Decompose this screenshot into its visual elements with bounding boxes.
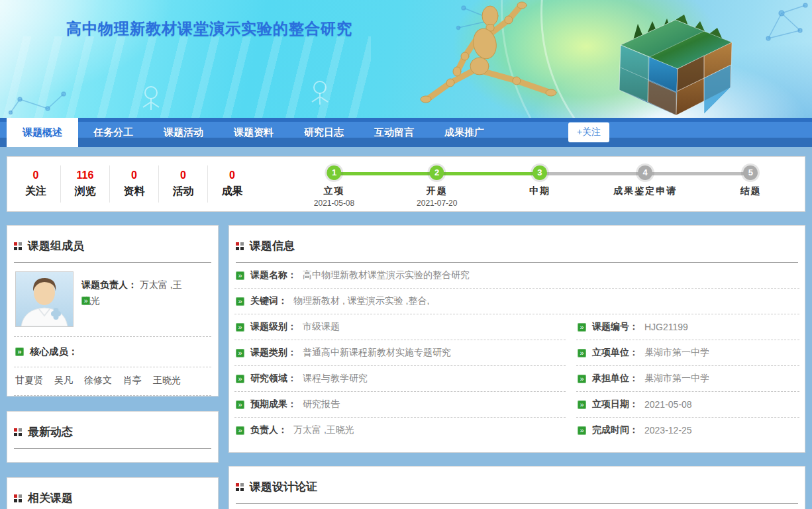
step-label: 成果鉴定申请 <box>613 185 677 197</box>
content: 0 关注 116 浏览 0 资料 0 活动 0 成果 <box>0 147 812 509</box>
info-label: 课题级别： <box>250 321 297 333</box>
card-title: 课题信息 <box>250 238 295 254</box>
design-card-header: 课题设计论证 <box>229 467 805 503</box>
page-title: 高中物理新教材课堂演示实验的整合研究 <box>66 19 352 39</box>
tab-task-division[interactable]: 任务分工 <box>78 118 148 147</box>
info-value: 市级课题 <box>303 321 340 333</box>
info-label: 完成时间： <box>592 424 638 436</box>
divider <box>14 448 211 449</box>
info-value: 万太富 ,王晓光 <box>293 424 354 436</box>
step-number: 1 <box>327 165 342 180</box>
mannequin-figure <box>417 0 566 116</box>
info-label: 立项日期： <box>592 398 638 410</box>
stat-value: 116 <box>61 169 109 181</box>
progress-timeline: 1 立项 2021-05-08 2 开题 2021-07-20 3 中期 4 成… <box>274 156 801 212</box>
tab-overview[interactable]: 课题概述 <box>7 118 78 147</box>
info-value: HJG21199 <box>644 322 688 332</box>
knowledge-cube-image <box>606 1 752 118</box>
tab-achievements[interactable]: 成果推广 <box>429 118 499 147</box>
stat-label: 关注 <box>11 185 60 199</box>
green-arrow-icon: » <box>578 400 586 409</box>
info-row-name: » 课题名称： 高中物理新教材课堂演示实验的整合研究 <box>234 263 799 289</box>
grid-bullet-icon <box>14 428 22 436</box>
timeline-step-opening: 2 开题 2021-07-20 <box>417 165 457 208</box>
tab-activities[interactable]: 课题活动 <box>148 118 219 147</box>
tab-research-journal[interactable]: 研究日志 <box>289 118 359 147</box>
leader-label: 课题负责人： <box>81 279 137 290</box>
stat-value: 0 <box>11 169 60 181</box>
stat-label: 资料 <box>110 185 158 199</box>
green-arrow-icon: » <box>81 297 90 305</box>
stat-value: 0 <box>159 169 207 181</box>
timeline-step-midterm: 3 中期 <box>529 165 550 199</box>
step-number: 5 <box>743 165 758 180</box>
stats-group: 0 关注 116 浏览 0 资料 0 活动 0 成果 <box>7 165 256 203</box>
timeline-step-conclusion: 5 结题 <box>740 165 761 199</box>
stat-materials: 0 资料 <box>109 165 158 203</box>
green-arrow-icon: » <box>578 375 586 383</box>
related-topics-card: 相关课题 <box>7 477 219 509</box>
sidebar: 课题组成员 <box>7 225 219 509</box>
related-card-header: 相关课题 <box>7 478 218 509</box>
info-row-keywords: » 关键词： 物理新教材 , 课堂演示实验 ,整合, <box>234 289 799 314</box>
stat-activities: 0 活动 <box>158 165 207 203</box>
info-value: 巢湖市第一中学 <box>644 373 709 385</box>
info-row-expected-results: » 预期成果： 研究报告 <box>234 392 566 418</box>
step-label: 中期 <box>529 185 550 197</box>
info-value: 物理新教材 , 课堂演示实验 ,整合, <box>293 295 429 307</box>
page: 高中物理新教材课堂演示实验的整合研究 课题概述 任务分工 课题活动 课题资料 研… <box>0 0 812 509</box>
latest-news-card: 最新动态 <box>7 411 219 463</box>
tab-materials[interactable]: 课题资料 <box>219 118 289 147</box>
info-label: 研究领域： <box>250 373 297 385</box>
green-arrow-icon: » <box>236 349 244 357</box>
grid-bullet-icon <box>14 242 22 250</box>
member-name[interactable]: 肖亭 <box>123 375 142 387</box>
timeline-step-approval: 1 立项 2021-05-08 <box>314 165 354 208</box>
members-card-header: 课题组成员 <box>7 226 218 262</box>
core-members-label: 核心成员： <box>30 346 78 358</box>
leader-row: »课题负责人： 万太富 ,王晓光 <box>7 263 218 336</box>
card-title: 课题设计论证 <box>250 479 317 494</box>
info-row-field: » 研究领域： 课程与教学研究 <box>234 366 566 392</box>
member-name[interactable]: 徐修文 <box>84 375 112 387</box>
green-arrow-icon: » <box>236 323 244 332</box>
stat-value: 0 <box>110 169 158 181</box>
grid-bullet-icon <box>236 242 244 250</box>
project-info-card: 课题信息 » 课题名称： 高中物理新教材课堂演示实验的整合研究 » 关键词： 物… <box>228 225 805 453</box>
leader-info: »课题负责人： 万太富 ,王晓光 <box>81 271 189 327</box>
info-row-number: » 课题编号： HJG21199 <box>576 314 799 340</box>
info-row-leader: » 负责人： 万太富 ,王晓光 <box>234 418 566 443</box>
step-date: 2021-05-08 <box>314 199 354 208</box>
main-column: 课题信息 » 课题名称： 高中物理新教材课堂演示实验的整合研究 » 关键词： 物… <box>228 225 805 509</box>
stat-label: 浏览 <box>61 185 109 199</box>
member-name[interactable]: 王晓光 <box>153 375 181 387</box>
info-label: 立项单位： <box>592 347 638 359</box>
stat-views: 116 浏览 <box>60 165 109 203</box>
nav-tabs: 课题概述 任务分工 课题活动 课题资料 研究日志 互动留言 成果推广 <box>0 118 812 147</box>
avatar <box>15 271 74 327</box>
info-row-approval-date: » 立项日期： 2021-05-08 <box>576 392 799 418</box>
info-value: 2021-05-08 <box>644 399 692 410</box>
member-name[interactable]: 甘夏贤 <box>15 375 43 387</box>
green-arrow-icon: » <box>578 349 586 357</box>
info-value: 巢湖市第一中学 <box>644 347 709 359</box>
green-arrow-icon: » <box>236 400 244 409</box>
green-arrow-icon: » <box>236 271 244 280</box>
core-members-header: » 核心成员： <box>7 337 218 367</box>
follow-button[interactable]: +关注 <box>568 122 609 142</box>
step-label: 开题 <box>417 185 457 197</box>
stat-label: 活动 <box>159 185 207 199</box>
info-label: 负责人： <box>250 424 287 436</box>
card-title: 课题组成员 <box>28 238 84 254</box>
info-value: 2023-12-25 <box>644 425 692 436</box>
stat-follow: 0 关注 <box>11 165 60 203</box>
info-row-approval-unit: » 立项单位： 巢湖市第一中学 <box>576 340 799 366</box>
tab-messages[interactable]: 互动留言 <box>359 118 429 147</box>
member-name[interactable]: 吴凡 <box>54 375 73 387</box>
design-argument-card: 课题设计论证 您还没有登录，或您还没有权限！ <box>228 466 805 509</box>
card-title: 相关课题 <box>28 490 73 506</box>
green-arrow-icon: » <box>15 347 24 356</box>
timeline-step-appraisal: 4 成果鉴定申请 <box>613 165 677 199</box>
grid-bullet-icon <box>14 494 22 502</box>
divider <box>14 395 211 396</box>
